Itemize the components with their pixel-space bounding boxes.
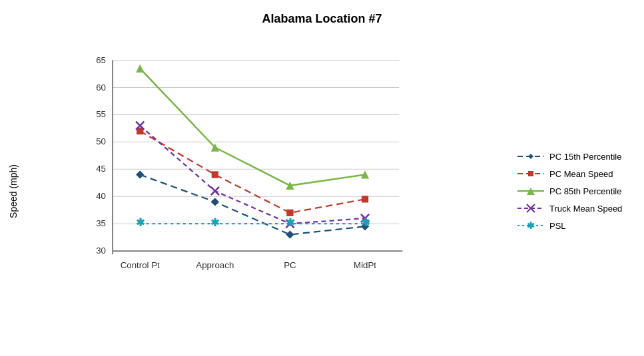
marker-15th-0 [136, 170, 144, 178]
legend-label-truck: Truck Mean Speed [549, 204, 622, 214]
legend-label-mean: PC Mean Speed [549, 169, 613, 179]
marker-psl-1: ✱ [210, 216, 220, 228]
legend-label-psl: PSL [549, 221, 566, 231]
legend-item-85th: PC 85th Percentile [517, 186, 631, 196]
marker-psl-0: ✱ [136, 216, 145, 228]
chart-container: Alabama Location #7 Speed (mph) [0, 0, 644, 356]
series-mean-line [140, 131, 365, 213]
chart-svg: 65 60 55 50 45 40 35 30 Control Pt Appro… [21, 47, 504, 333]
x-label-control-pt: Control Pt [121, 260, 160, 270]
y-tick-45: 45 [96, 164, 106, 174]
y-tick-30: 30 [96, 246, 106, 256]
legend-item-psl: ✱ PSL [517, 220, 631, 231]
marker-15th-1 [211, 198, 219, 206]
y-tick-65: 65 [96, 55, 106, 65]
marker-mean-3 [362, 196, 368, 202]
y-tick-55: 55 [96, 109, 106, 119]
x-label-midpt: MidPt [354, 260, 376, 270]
x-label-approach: Approach [196, 260, 234, 270]
svg-area: 65 60 55 50 45 40 35 30 Control Pt Appro… [21, 47, 504, 335]
svg-marker-1 [528, 154, 533, 159]
chart-title: Alabama Location #7 [262, 12, 382, 26]
series-85th-line [140, 69, 365, 186]
marker-15th-2 [286, 230, 294, 238]
legend-item-mean: PC Mean Speed [517, 168, 631, 179]
y-tick-40: 40 [96, 191, 106, 201]
marker-psl-2: ✱ [286, 216, 295, 228]
y-tick-35: 35 [96, 218, 106, 228]
x-label-pc: PC [284, 260, 296, 270]
y-tick-60: 60 [96, 83, 106, 92]
legend-item-15th: PC 15th Percentile [517, 151, 631, 162]
marker-psl-3: ✱ [361, 216, 370, 228]
svg-text:✱: ✱ [527, 220, 535, 231]
y-tick-50: 50 [96, 136, 106, 146]
series-truck-line [140, 126, 365, 224]
svg-rect-3 [528, 171, 533, 176]
marker-mean-1 [212, 171, 218, 178]
legend-item-truck: Truck Mean Speed [517, 203, 631, 214]
y-axis-label: Speed (mph) [8, 164, 19, 218]
legend-line-psl: ✱ [517, 220, 544, 231]
legend-line-mean [517, 168, 544, 179]
chart-and-legend: 65 60 55 50 45 40 35 30 Control Pt Appro… [21, 47, 644, 335]
legend-label-85th: PC 85th Percentile [549, 186, 621, 196]
legend-line-15th [517, 151, 544, 162]
legend-label-15th: PC 15th Percentile [549, 152, 621, 162]
marker-85th-0 [136, 65, 144, 73]
chart-legend: PC 15th Percentile PC Mean Speed [517, 151, 631, 231]
marker-mean-2 [286, 210, 293, 216]
legend-line-truck [517, 203, 544, 214]
legend-line-85th [517, 186, 544, 196]
chart-body: Speed (mph) [0, 26, 644, 356]
